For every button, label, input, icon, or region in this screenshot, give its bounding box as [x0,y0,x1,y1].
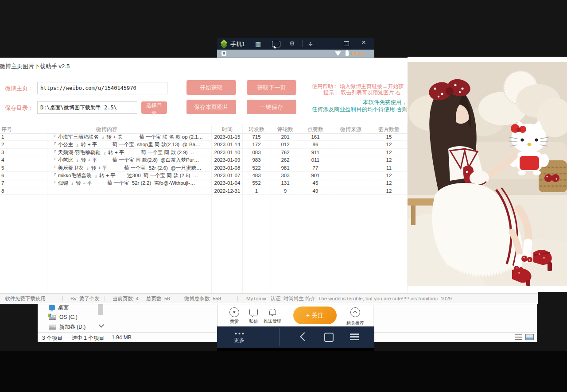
drive-icon [49,325,56,330]
android-menu-icon[interactable] [350,334,359,335]
save-all-button[interactable]: 一键保存 [247,100,296,114]
window-title: 微博主页图片下载助手 v2.5 [0,62,70,70]
cell-likes: 49 [300,187,331,194]
save-page-images-button[interactable]: 保存本页图片 [186,100,236,114]
heart-badge-icon: ♥ [229,307,239,317]
cell-time: 2023-01-09 [212,156,242,163]
item-count: 3 个项目 [42,334,62,342]
android-home-icon[interactable] [324,333,334,342]
choose-dir-button[interactable]: 选择目录 [141,101,167,114]
cell-time: 2023-01-08 [212,164,242,171]
col-header-reposts: 转发数 [242,125,271,133]
selected-size: 1.94 MB [112,334,132,341]
cell-seq: 1 [1,133,4,140]
cell-content: 『 小芭比 』转 + 平 萄 一个宝 同 款(2.8) @白茶入梦Pur… [51,156,199,163]
help-line-2: 提示： 双击列表可以预览图片 右 [323,89,401,97]
close-icon[interactable]: × [361,39,366,46]
cell-comments: 131 [271,179,300,186]
cell-seq: 7 [1,179,4,186]
emulator-bottom-strip [217,348,374,351]
cell-time: 2023-01-14 [212,141,242,148]
cell-time: 2023-01-15 [212,133,242,140]
cell-content: 『 小公主 』转 + 平 萄 一个宝 shop里 同 款(2.13) @-Ba… [51,141,201,148]
weibo-url-input[interactable] [37,82,167,94]
battery-icon [346,51,349,56]
multi-instance-icon[interactable]: ▦ [255,41,261,47]
col-header-content: 微博内容 [85,125,129,133]
cell-time: 2023-01-04 [212,179,242,186]
explorer-item-label: 桌面 [58,304,69,311]
thumbnail-view-icon[interactable] [525,334,534,340]
cell-reposts: 552 [242,179,271,186]
cell-reposts: 1 [242,187,271,194]
clock-time: 00:41 [351,51,364,56]
cell-comments: 762 [271,149,300,156]
cell-seq: 5 [1,164,4,171]
push-label: 推送管理 [260,318,285,324]
status-blogger-info: MyTomiii_ 认证: 时尚博主 简介: The world is terr… [246,295,452,302]
cell-content: 『 天鹅湖·羽毛穆勒鞋 』转 + 平 萄 一个宝 同 款 (2.9) … [51,149,194,156]
free-notice-line-2: 任何涉及商业盈利目的均不得使用 否则产 [312,106,413,113]
cell-image-count: 12 [371,179,407,186]
more-dots-icon[interactable]: ••• [235,330,245,337]
nav-pane-scrollbar[interactable] [98,303,103,315]
emulator-title-bar[interactable]: 手机1 ▦ ⚙ × [217,38,374,50]
android-nav-bar: ••• 更多 [217,326,374,348]
cell-time: 2022-12-31 [212,187,242,194]
save-dir-input[interactable] [37,101,137,114]
cell-image-count: 12 [371,141,407,148]
status-current-page: 当前页数: 4 [113,295,139,302]
cell-image-count: 12 [371,156,407,163]
cell-seq: 6 [1,172,4,179]
monitor-icon [49,305,55,310]
desktop: 桌面 OS (C:) 新加卷 (D:) 3 个项目 选中 1 个项目 1.94 … [0,0,567,392]
chevron-down-icon[interactable] [98,322,104,328]
app-status-bar: 软件免费下载使用 By: 烫了个发 当前页数: 4 总页数: 56 微博总条数:… [0,293,538,304]
cell-image-count: 12 [371,149,407,156]
status-separator [237,296,238,301]
col-header-time: 时间 [212,125,242,133]
settings-gear-icon[interactable]: ⚙ [289,40,295,47]
push-manage-button[interactable]: 推送管理 [260,307,285,324]
details-view-icon[interactable] [515,334,522,340]
start-fetch-button[interactable]: 开始获取 [186,80,236,95]
explorer-item-os-c[interactable]: OS (C:) [49,313,78,322]
cell-likes: 161 [300,133,331,140]
cell-reposts: 715 [242,133,271,140]
maximize-icon[interactable] [344,41,349,46]
navbar-divider [279,328,280,346]
status-separator [62,296,63,301]
fetch-next-page-button[interactable]: 获取下一页 [247,80,296,95]
cell-image-count: 15 [371,133,407,140]
col-header-comments: 评论数 [271,125,300,133]
wifi-icon [335,51,341,56]
cell-likes: 77 [300,164,331,171]
message-icon[interactable] [272,41,280,48]
fullscreen-icon[interactable] [307,40,314,47]
cell-likes: 45 [300,179,331,186]
android-back-icon[interactable] [300,332,309,341]
cell-reposts: 983 [242,156,271,163]
os-drive-icon [49,315,56,320]
more-label[interactable]: 更多 [234,337,245,344]
preview-photo [408,62,567,286]
android-status-bar: 00:41 [217,50,374,58]
cell-image-count: 12 [371,172,407,179]
col-header-image-count: 图片数量 [371,125,407,133]
image-preview-window [408,57,567,292]
cell-comments: 262 [271,156,300,163]
cell-time: 2023-01-10 [212,149,242,156]
titlebar-divider [302,40,303,47]
cell-reposts: 172 [242,141,271,148]
status-author: By: 烫了个发 [70,295,100,302]
cell-content: 『 美乐蒂卫衣 』转 + 平 萄 一个宝 52r (2.6) @一只蜜糖… [51,164,202,171]
related-recommend-button[interactable]: 相关推荐 [342,307,368,326]
desktop-bottom-area [0,351,567,392]
cell-comments: 9 [271,187,300,194]
follow-button[interactable]: + 关注 [293,307,337,324]
cell-comments: 012 [271,141,300,148]
explorer-item-desktop[interactable]: 桌面 [49,303,69,312]
explorer-item-new-volume-d[interactable]: 新加卷 (D:) [49,322,85,331]
col-header-likes: 点赞数 [300,125,331,133]
url-label: 微博主页： [5,85,34,93]
